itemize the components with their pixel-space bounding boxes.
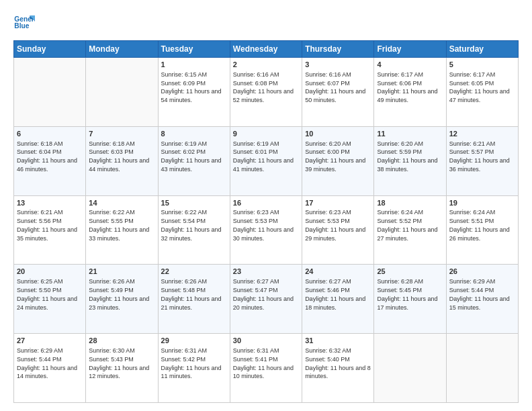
- calendar-cell: 17Sunrise: 6:23 AMSunset: 5:53 PMDayligh…: [302, 195, 374, 265]
- day-number: 25: [377, 267, 443, 277]
- day-info: Sunrise: 6:31 AMSunset: 5:42 PMDaylight:…: [161, 347, 222, 379]
- calendar-cell: 10Sunrise: 6:20 AMSunset: 6:00 PMDayligh…: [302, 126, 374, 195]
- day-info: Sunrise: 6:18 AMSunset: 6:04 PMDaylight:…: [17, 140, 77, 173]
- day-number: 23: [233, 267, 299, 277]
- calendar-cell: 31Sunrise: 6:32 AMSunset: 5:40 PMDayligh…: [302, 334, 374, 403]
- day-info: Sunrise: 6:29 AMSunset: 5:44 PMDaylight:…: [449, 278, 510, 310]
- calendar-body: 1Sunrise: 6:15 AMSunset: 6:09 PMDaylight…: [14, 58, 519, 403]
- day-info: Sunrise: 6:27 AMSunset: 5:47 PMDaylight:…: [233, 278, 294, 310]
- day-info: Sunrise: 6:18 AMSunset: 6:03 PMDaylight:…: [89, 140, 149, 173]
- day-number: 15: [161, 198, 227, 208]
- calendar-cell: 20Sunrise: 6:25 AMSunset: 5:50 PMDayligh…: [14, 265, 86, 334]
- day-number: 22: [161, 267, 227, 277]
- calendar-cell: 9Sunrise: 6:19 AMSunset: 6:01 PMDaylight…: [230, 126, 302, 195]
- calendar-cell: 4Sunrise: 6:17 AMSunset: 6:06 PMDaylight…: [374, 58, 446, 127]
- day-info: Sunrise: 6:26 AMSunset: 5:49 PMDaylight:…: [89, 278, 149, 310]
- day-number: 30: [233, 336, 299, 346]
- day-number: 7: [89, 129, 154, 139]
- weekday-header-sunday: Sunday: [14, 41, 86, 58]
- day-number: 20: [17, 267, 83, 277]
- svg-text:Blue: Blue: [14, 22, 29, 30]
- logo: General Blue: [13, 12, 38, 34]
- day-info: Sunrise: 6:17 AMSunset: 6:05 PMDaylight:…: [449, 71, 510, 103]
- day-info: Sunrise: 6:20 AMSunset: 5:59 PMDaylight:…: [377, 140, 437, 173]
- day-number: 19: [449, 198, 515, 208]
- calendar-cell: 24Sunrise: 6:27 AMSunset: 5:46 PMDayligh…: [302, 265, 374, 334]
- day-info: Sunrise: 6:19 AMSunset: 6:01 PMDaylight:…: [233, 140, 294, 173]
- day-number: 11: [377, 129, 443, 139]
- day-info: Sunrise: 6:23 AMSunset: 5:53 PMDaylight:…: [305, 209, 365, 241]
- day-info: Sunrise: 6:25 AMSunset: 5:50 PMDaylight:…: [17, 278, 77, 310]
- day-number: 1: [161, 60, 227, 70]
- day-info: Sunrise: 6:24 AMSunset: 5:51 PMDaylight:…: [449, 209, 510, 241]
- day-info: Sunrise: 6:19 AMSunset: 6:02 PMDaylight:…: [161, 140, 222, 173]
- calendar-cell: [446, 334, 518, 403]
- calendar-cell: 27Sunrise: 6:29 AMSunset: 5:44 PMDayligh…: [14, 334, 86, 403]
- day-number: 31: [305, 336, 371, 346]
- day-number: 16: [233, 198, 299, 208]
- calendar-cell: 25Sunrise: 6:28 AMSunset: 5:45 PMDayligh…: [374, 265, 446, 334]
- calendar-cell: 14Sunrise: 6:22 AMSunset: 5:55 PMDayligh…: [86, 195, 158, 265]
- calendar-cell: 29Sunrise: 6:31 AMSunset: 5:42 PMDayligh…: [158, 334, 230, 403]
- calendar-cell: 30Sunrise: 6:31 AMSunset: 5:41 PMDayligh…: [230, 334, 302, 403]
- calendar-cell: 13Sunrise: 6:21 AMSunset: 5:56 PMDayligh…: [14, 195, 86, 265]
- day-number: 18: [377, 198, 443, 208]
- day-info: Sunrise: 6:29 AMSunset: 5:44 PMDaylight:…: [17, 347, 77, 379]
- day-number: 17: [305, 198, 371, 208]
- calendar-cell: 1Sunrise: 6:15 AMSunset: 6:09 PMDaylight…: [158, 58, 230, 127]
- day-number: 4: [377, 60, 443, 70]
- calendar-cell: [14, 58, 86, 127]
- weekday-header-friday: Friday: [374, 41, 446, 58]
- day-number: 2: [233, 60, 299, 70]
- day-info: Sunrise: 6:17 AMSunset: 6:06 PMDaylight:…: [377, 71, 437, 103]
- day-number: 13: [17, 198, 83, 208]
- day-info: Sunrise: 6:22 AMSunset: 5:55 PMDaylight:…: [89, 209, 149, 241]
- day-number: 3: [305, 60, 371, 70]
- calendar-cell: 28Sunrise: 6:30 AMSunset: 5:43 PMDayligh…: [86, 334, 158, 403]
- calendar-week-0: 1Sunrise: 6:15 AMSunset: 6:09 PMDaylight…: [14, 58, 519, 127]
- day-info: Sunrise: 6:16 AMSunset: 6:08 PMDaylight:…: [233, 71, 294, 103]
- day-info: Sunrise: 6:30 AMSunset: 5:43 PMDaylight:…: [89, 347, 149, 379]
- day-number: 24: [305, 267, 371, 277]
- calendar-week-3: 20Sunrise: 6:25 AMSunset: 5:50 PMDayligh…: [14, 265, 519, 334]
- calendar-cell: [86, 58, 158, 127]
- day-info: Sunrise: 6:22 AMSunset: 5:54 PMDaylight:…: [161, 209, 222, 241]
- calendar-cell: 22Sunrise: 6:26 AMSunset: 5:48 PMDayligh…: [158, 265, 230, 334]
- day-info: Sunrise: 6:24 AMSunset: 5:52 PMDaylight:…: [377, 209, 437, 241]
- calendar-cell: 7Sunrise: 6:18 AMSunset: 6:03 PMDaylight…: [86, 126, 158, 195]
- day-info: Sunrise: 6:21 AMSunset: 5:56 PMDaylight:…: [17, 209, 77, 241]
- day-info: Sunrise: 6:26 AMSunset: 5:48 PMDaylight:…: [161, 278, 222, 310]
- day-number: 21: [89, 267, 154, 277]
- day-info: Sunrise: 6:15 AMSunset: 6:09 PMDaylight:…: [161, 71, 222, 103]
- calendar-cell: 18Sunrise: 6:24 AMSunset: 5:52 PMDayligh…: [374, 195, 446, 265]
- day-info: Sunrise: 6:32 AMSunset: 5:40 PMDaylight:…: [305, 347, 371, 379]
- calendar-week-2: 13Sunrise: 6:21 AMSunset: 5:56 PMDayligh…: [14, 195, 519, 265]
- day-info: Sunrise: 6:28 AMSunset: 5:45 PMDaylight:…: [377, 278, 437, 310]
- weekday-header-wednesday: Wednesday: [230, 41, 302, 58]
- calendar-cell: 16Sunrise: 6:23 AMSunset: 5:53 PMDayligh…: [230, 195, 302, 265]
- calendar-cell: 8Sunrise: 6:19 AMSunset: 6:02 PMDaylight…: [158, 126, 230, 195]
- day-info: Sunrise: 6:21 AMSunset: 5:57 PMDaylight:…: [449, 140, 510, 173]
- weekday-header-tuesday: Tuesday: [158, 41, 230, 58]
- calendar-cell: 21Sunrise: 6:26 AMSunset: 5:49 PMDayligh…: [86, 265, 158, 334]
- calendar-cell: [374, 334, 446, 403]
- calendar-cell: 12Sunrise: 6:21 AMSunset: 5:57 PMDayligh…: [446, 126, 518, 195]
- page: General Blue SundayMondayTuesdayWednesda…: [0, 0, 532, 411]
- logo-icon: General Blue: [13, 12, 35, 34]
- calendar-table: SundayMondayTuesdayWednesdayThursdayFrid…: [13, 40, 519, 403]
- calendar-cell: 3Sunrise: 6:16 AMSunset: 6:07 PMDaylight…: [302, 58, 374, 127]
- calendar-cell: 19Sunrise: 6:24 AMSunset: 5:51 PMDayligh…: [446, 195, 518, 265]
- day-number: 5: [449, 60, 515, 70]
- day-number: 29: [161, 336, 227, 346]
- day-info: Sunrise: 6:20 AMSunset: 6:00 PMDaylight:…: [305, 140, 365, 173]
- day-number: 12: [449, 129, 515, 139]
- weekday-header-saturday: Saturday: [446, 41, 518, 58]
- day-info: Sunrise: 6:23 AMSunset: 5:53 PMDaylight:…: [233, 209, 294, 241]
- calendar-cell: 11Sunrise: 6:20 AMSunset: 5:59 PMDayligh…: [374, 126, 446, 195]
- day-number: 8: [161, 129, 227, 139]
- calendar-week-1: 6Sunrise: 6:18 AMSunset: 6:04 PMDaylight…: [14, 126, 519, 195]
- calendar-cell: 6Sunrise: 6:18 AMSunset: 6:04 PMDaylight…: [14, 126, 86, 195]
- calendar-cell: 26Sunrise: 6:29 AMSunset: 5:44 PMDayligh…: [446, 265, 518, 334]
- day-number: 6: [17, 129, 83, 139]
- header: General Blue: [13, 12, 519, 34]
